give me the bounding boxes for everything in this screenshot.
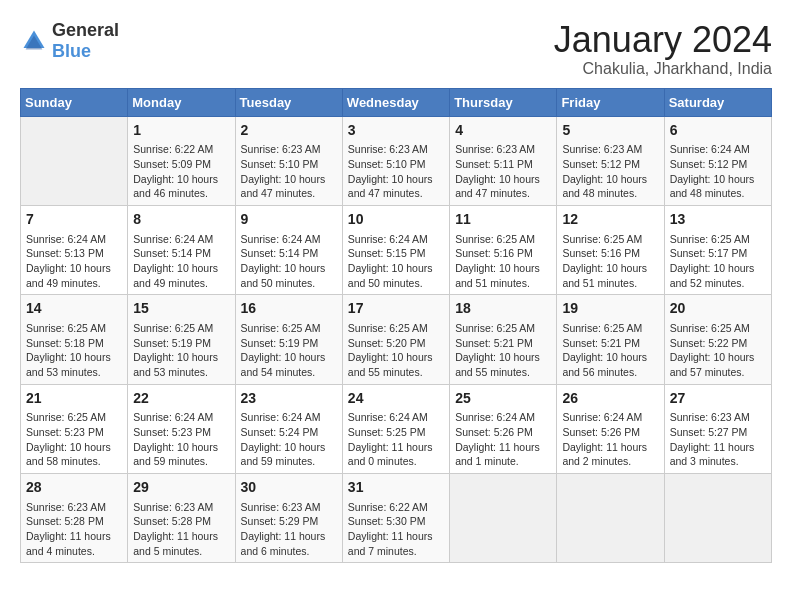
- calendar-cell: [21, 116, 128, 205]
- day-number: 31: [348, 478, 444, 498]
- calendar-cell: 4Sunrise: 6:23 AM Sunset: 5:11 PM Daylig…: [450, 116, 557, 205]
- week-row-4: 21Sunrise: 6:25 AM Sunset: 5:23 PM Dayli…: [21, 384, 772, 473]
- calendar-cell: 15Sunrise: 6:25 AM Sunset: 5:19 PM Dayli…: [128, 295, 235, 384]
- day-header-thursday: Thursday: [450, 88, 557, 116]
- calendar-cell: 12Sunrise: 6:25 AM Sunset: 5:16 PM Dayli…: [557, 205, 664, 294]
- day-number: 23: [241, 389, 337, 409]
- day-info: Sunrise: 6:23 AM Sunset: 5:11 PM Dayligh…: [455, 142, 551, 201]
- day-info: Sunrise: 6:25 AM Sunset: 5:23 PM Dayligh…: [26, 410, 122, 469]
- day-info: Sunrise: 6:24 AM Sunset: 5:14 PM Dayligh…: [133, 232, 229, 291]
- day-number: 13: [670, 210, 766, 230]
- day-info: Sunrise: 6:25 AM Sunset: 5:18 PM Dayligh…: [26, 321, 122, 380]
- calendar-cell: 10Sunrise: 6:24 AM Sunset: 5:15 PM Dayli…: [342, 205, 449, 294]
- calendar-title: January 2024: [554, 20, 772, 60]
- day-info: Sunrise: 6:24 AM Sunset: 5:13 PM Dayligh…: [26, 232, 122, 291]
- week-row-3: 14Sunrise: 6:25 AM Sunset: 5:18 PM Dayli…: [21, 295, 772, 384]
- day-info: Sunrise: 6:25 AM Sunset: 5:20 PM Dayligh…: [348, 321, 444, 380]
- day-info: Sunrise: 6:24 AM Sunset: 5:14 PM Dayligh…: [241, 232, 337, 291]
- day-number: 29: [133, 478, 229, 498]
- day-number: 5: [562, 121, 658, 141]
- title-block: January 2024 Chakulia, Jharkhand, India: [554, 20, 772, 78]
- calendar-cell: 8Sunrise: 6:24 AM Sunset: 5:14 PM Daylig…: [128, 205, 235, 294]
- day-info: Sunrise: 6:23 AM Sunset: 5:29 PM Dayligh…: [241, 500, 337, 559]
- calendar-cell: 30Sunrise: 6:23 AM Sunset: 5:29 PM Dayli…: [235, 473, 342, 562]
- day-number: 18: [455, 299, 551, 319]
- calendar-cell: 26Sunrise: 6:24 AM Sunset: 5:26 PM Dayli…: [557, 384, 664, 473]
- calendar-cell: 14Sunrise: 6:25 AM Sunset: 5:18 PM Dayli…: [21, 295, 128, 384]
- day-info: Sunrise: 6:22 AM Sunset: 5:09 PM Dayligh…: [133, 142, 229, 201]
- day-number: 20: [670, 299, 766, 319]
- day-number: 9: [241, 210, 337, 230]
- day-info: Sunrise: 6:25 AM Sunset: 5:17 PM Dayligh…: [670, 232, 766, 291]
- calendar-cell: 6Sunrise: 6:24 AM Sunset: 5:12 PM Daylig…: [664, 116, 771, 205]
- day-number: 10: [348, 210, 444, 230]
- calendar-cell: 23Sunrise: 6:24 AM Sunset: 5:24 PM Dayli…: [235, 384, 342, 473]
- day-info: Sunrise: 6:25 AM Sunset: 5:19 PM Dayligh…: [241, 321, 337, 380]
- day-info: Sunrise: 6:25 AM Sunset: 5:22 PM Dayligh…: [670, 321, 766, 380]
- day-header-saturday: Saturday: [664, 88, 771, 116]
- day-number: 21: [26, 389, 122, 409]
- day-number: 19: [562, 299, 658, 319]
- day-info: Sunrise: 6:23 AM Sunset: 5:10 PM Dayligh…: [241, 142, 337, 201]
- calendar-cell: 11Sunrise: 6:25 AM Sunset: 5:16 PM Dayli…: [450, 205, 557, 294]
- day-number: 15: [133, 299, 229, 319]
- calendar-cell: 27Sunrise: 6:23 AM Sunset: 5:27 PM Dayli…: [664, 384, 771, 473]
- logo: General Blue: [20, 20, 119, 62]
- calendar-cell: [450, 473, 557, 562]
- day-number: 30: [241, 478, 337, 498]
- calendar-cell: 19Sunrise: 6:25 AM Sunset: 5:21 PM Dayli…: [557, 295, 664, 384]
- day-info: Sunrise: 6:24 AM Sunset: 5:23 PM Dayligh…: [133, 410, 229, 469]
- logo-general: General: [52, 20, 119, 40]
- calendar-cell: 24Sunrise: 6:24 AM Sunset: 5:25 PM Dayli…: [342, 384, 449, 473]
- day-info: Sunrise: 6:22 AM Sunset: 5:30 PM Dayligh…: [348, 500, 444, 559]
- day-header-sunday: Sunday: [21, 88, 128, 116]
- calendar-cell: 2Sunrise: 6:23 AM Sunset: 5:10 PM Daylig…: [235, 116, 342, 205]
- calendar-cell: 16Sunrise: 6:25 AM Sunset: 5:19 PM Dayli…: [235, 295, 342, 384]
- calendar-subtitle: Chakulia, Jharkhand, India: [554, 60, 772, 78]
- day-info: Sunrise: 6:23 AM Sunset: 5:28 PM Dayligh…: [133, 500, 229, 559]
- calendar-cell: 29Sunrise: 6:23 AM Sunset: 5:28 PM Dayli…: [128, 473, 235, 562]
- day-info: Sunrise: 6:23 AM Sunset: 5:27 PM Dayligh…: [670, 410, 766, 469]
- day-info: Sunrise: 6:24 AM Sunset: 5:25 PM Dayligh…: [348, 410, 444, 469]
- day-number: 6: [670, 121, 766, 141]
- day-info: Sunrise: 6:24 AM Sunset: 5:26 PM Dayligh…: [455, 410, 551, 469]
- day-info: Sunrise: 6:24 AM Sunset: 5:15 PM Dayligh…: [348, 232, 444, 291]
- day-number: 26: [562, 389, 658, 409]
- calendar-cell: 18Sunrise: 6:25 AM Sunset: 5:21 PM Dayli…: [450, 295, 557, 384]
- day-info: Sunrise: 6:24 AM Sunset: 5:24 PM Dayligh…: [241, 410, 337, 469]
- day-number: 17: [348, 299, 444, 319]
- calendar-cell: 5Sunrise: 6:23 AM Sunset: 5:12 PM Daylig…: [557, 116, 664, 205]
- day-number: 8: [133, 210, 229, 230]
- day-number: 25: [455, 389, 551, 409]
- calendar-cell: 21Sunrise: 6:25 AM Sunset: 5:23 PM Dayli…: [21, 384, 128, 473]
- day-info: Sunrise: 6:25 AM Sunset: 5:16 PM Dayligh…: [562, 232, 658, 291]
- calendar-cell: 28Sunrise: 6:23 AM Sunset: 5:28 PM Dayli…: [21, 473, 128, 562]
- calendar-cell: [557, 473, 664, 562]
- day-info: Sunrise: 6:25 AM Sunset: 5:21 PM Dayligh…: [455, 321, 551, 380]
- day-number: 28: [26, 478, 122, 498]
- day-number: 24: [348, 389, 444, 409]
- calendar-cell: 25Sunrise: 6:24 AM Sunset: 5:26 PM Dayli…: [450, 384, 557, 473]
- calendar-cell: 1Sunrise: 6:22 AM Sunset: 5:09 PM Daylig…: [128, 116, 235, 205]
- week-row-1: 1Sunrise: 6:22 AM Sunset: 5:09 PM Daylig…: [21, 116, 772, 205]
- day-number: 11: [455, 210, 551, 230]
- day-number: 3: [348, 121, 444, 141]
- week-row-5: 28Sunrise: 6:23 AM Sunset: 5:28 PM Dayli…: [21, 473, 772, 562]
- day-number: 12: [562, 210, 658, 230]
- calendar-cell: [664, 473, 771, 562]
- week-row-2: 7Sunrise: 6:24 AM Sunset: 5:13 PM Daylig…: [21, 205, 772, 294]
- calendar-cell: 7Sunrise: 6:24 AM Sunset: 5:13 PM Daylig…: [21, 205, 128, 294]
- day-number: 14: [26, 299, 122, 319]
- calendar-table: SundayMondayTuesdayWednesdayThursdayFrid…: [20, 88, 772, 564]
- day-info: Sunrise: 6:25 AM Sunset: 5:19 PM Dayligh…: [133, 321, 229, 380]
- day-number: 1: [133, 121, 229, 141]
- calendar-cell: 3Sunrise: 6:23 AM Sunset: 5:10 PM Daylig…: [342, 116, 449, 205]
- calendar-cell: 31Sunrise: 6:22 AM Sunset: 5:30 PM Dayli…: [342, 473, 449, 562]
- day-header-monday: Monday: [128, 88, 235, 116]
- day-number: 22: [133, 389, 229, 409]
- header-row: SundayMondayTuesdayWednesdayThursdayFrid…: [21, 88, 772, 116]
- day-info: Sunrise: 6:25 AM Sunset: 5:16 PM Dayligh…: [455, 232, 551, 291]
- day-header-wednesday: Wednesday: [342, 88, 449, 116]
- day-info: Sunrise: 6:23 AM Sunset: 5:28 PM Dayligh…: [26, 500, 122, 559]
- day-number: 2: [241, 121, 337, 141]
